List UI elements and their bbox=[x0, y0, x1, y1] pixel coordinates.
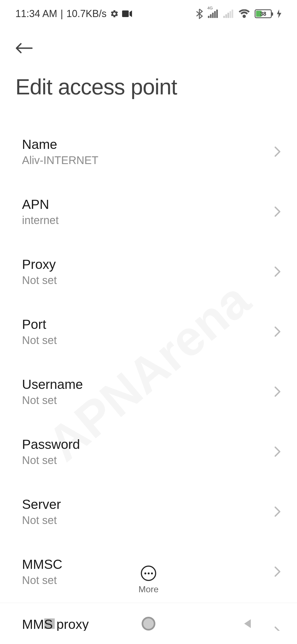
back-button[interactable] bbox=[15, 39, 35, 58]
svg-rect-10 bbox=[232, 10, 233, 18]
status-right: 4G 38 bbox=[196, 9, 282, 19]
setting-value: internet bbox=[22, 214, 59, 227]
setting-label: Proxy bbox=[22, 257, 57, 272]
battery-icon: 38 bbox=[255, 9, 272, 18]
setting-item-name[interactable]: Name Aliv-INTERNET bbox=[0, 122, 297, 182]
chevron-right-icon bbox=[273, 565, 282, 578]
arrow-left-icon bbox=[15, 42, 33, 54]
camera-icon bbox=[122, 10, 132, 18]
svg-rect-7 bbox=[226, 14, 227, 18]
status-network-speed: 10.7KB/s bbox=[66, 8, 106, 20]
setting-item-username[interactable]: Username Not set bbox=[0, 362, 297, 422]
settings-scroll[interactable]: Name Aliv-INTERNET APN internet Proxy No… bbox=[0, 108, 297, 631]
gear-icon bbox=[110, 9, 119, 18]
signal-no-sim-icon bbox=[223, 9, 234, 18]
setting-label: MMSC bbox=[22, 557, 62, 572]
setting-value: Not set bbox=[22, 394, 83, 406]
signal-4g-icon: 4G bbox=[208, 9, 218, 18]
status-left: 11:34 AM | 10.7KB/s bbox=[15, 8, 132, 20]
chevron-right-icon bbox=[273, 625, 282, 631]
setting-item-port[interactable]: Port Not set bbox=[0, 302, 297, 362]
page-title: Edit access point bbox=[15, 74, 282, 100]
setting-value: Not set bbox=[22, 454, 80, 466]
status-separator: | bbox=[61, 8, 63, 20]
setting-item-password[interactable]: Password Not set bbox=[0, 422, 297, 482]
settings-list: Name Aliv-INTERNET APN internet Proxy No… bbox=[0, 108, 297, 631]
setting-value: Not set bbox=[22, 274, 57, 286]
setting-label: Server bbox=[22, 497, 61, 512]
chevron-right-icon bbox=[273, 505, 282, 519]
setting-label: Port bbox=[22, 317, 57, 332]
chevron-right-icon bbox=[273, 445, 282, 459]
setting-label: Username bbox=[22, 377, 83, 392]
status-bar: 11:34 AM | 10.7KB/s 4G 38 bbox=[0, 0, 297, 28]
setting-label: MMS proxy bbox=[22, 617, 89, 631]
status-time: 11:34 AM bbox=[15, 8, 57, 20]
setting-item-mmsc[interactable]: MMSC Not set bbox=[0, 542, 297, 602]
chevron-right-icon bbox=[273, 325, 282, 339]
svg-rect-2 bbox=[210, 14, 212, 18]
svg-rect-8 bbox=[227, 13, 229, 18]
svg-rect-9 bbox=[230, 11, 231, 18]
setting-label: Password bbox=[22, 437, 80, 452]
svg-rect-4 bbox=[214, 11, 216, 18]
svg-rect-0 bbox=[122, 10, 129, 17]
setting-item-apn[interactable]: APN internet bbox=[0, 182, 297, 242]
setting-label: APN bbox=[22, 197, 59, 212]
chevron-right-icon bbox=[273, 145, 282, 159]
setting-value: Not set bbox=[22, 574, 62, 586]
setting-value: Not set bbox=[22, 334, 57, 346]
header: Edit access point bbox=[0, 28, 297, 108]
charging-icon bbox=[277, 9, 282, 18]
setting-label: Name bbox=[22, 137, 98, 152]
wifi-icon bbox=[239, 9, 250, 18]
chevron-right-icon bbox=[273, 265, 282, 279]
setting-value: Not set bbox=[22, 514, 61, 526]
setting-item-server[interactable]: Server Not set bbox=[0, 482, 297, 542]
chevron-right-icon bbox=[273, 205, 282, 219]
chevron-right-icon bbox=[273, 385, 282, 399]
setting-item-proxy[interactable]: Proxy Not set bbox=[0, 242, 297, 302]
setting-item-mms-proxy[interactable]: MMS proxy Not set bbox=[0, 602, 297, 631]
svg-rect-5 bbox=[216, 10, 218, 18]
svg-rect-1 bbox=[208, 16, 210, 18]
svg-rect-6 bbox=[223, 16, 225, 18]
setting-value: Aliv-INTERNET bbox=[22, 154, 98, 167]
bluetooth-icon bbox=[196, 9, 203, 19]
svg-rect-3 bbox=[212, 13, 214, 18]
